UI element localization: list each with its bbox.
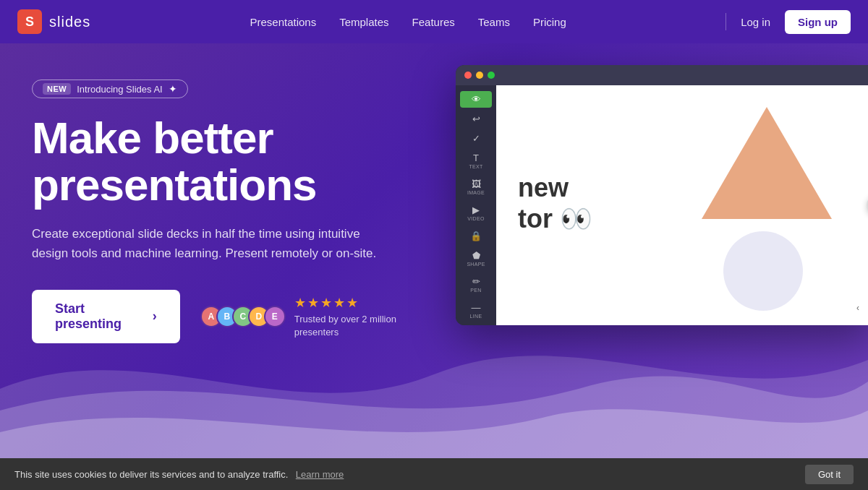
trust-text: Trusted by over 2 million presenters: [294, 314, 396, 338]
nav-links: Presentations Templates Features Teams P…: [250, 16, 566, 28]
nav-presentations[interactable]: Presentations: [250, 16, 316, 28]
arrow-icon: ›: [153, 309, 157, 324]
pen-tool-label: PEN: [470, 288, 481, 293]
cursor-icon: 👁: [472, 95, 481, 104]
social-proof: A B C D E ★★★★★ Trusted by over 2 millio…: [200, 295, 422, 338]
app-window: 👁 ↩ ✓ T TEXT 🖼 IMAGE: [456, 65, 868, 325]
slide-canvas-area: newtor 👀 + ‹: [496, 85, 868, 325]
badge-text: Introducing Slides AI: [77, 84, 163, 95]
video-tool-label: VIDEO: [467, 216, 484, 221]
logo[interactable]: S slides: [17, 9, 90, 34]
avatar-group: A B C D E: [200, 306, 286, 327]
text-tool-label: TEXT: [469, 164, 482, 169]
cta-row: Start presenting › A B C D E ★★★★★ Trust…: [32, 290, 422, 343]
tool-undo[interactable]: ↩: [460, 111, 492, 127]
tool-text[interactable]: T TEXT: [460, 150, 492, 173]
sparkle-icon: ✦: [169, 83, 177, 95]
hero-title: Make better presentations: [32, 114, 422, 208]
start-presenting-button[interactable]: Start presenting ›: [32, 290, 180, 343]
avatar: E: [264, 306, 286, 327]
slide-text: newtor 👀: [518, 172, 592, 234]
triangle-decoration: [702, 107, 832, 219]
tool-image[interactable]: 🖼 IMAGE: [460, 176, 492, 199]
window-close-dot: [464, 72, 472, 79]
tool-shape[interactable]: ⬟ SHAPE: [460, 247, 492, 270]
social-proof-text: ★★★★★ Trusted by over 2 million presente…: [294, 295, 422, 338]
window-minimize-dot: [476, 72, 483, 79]
star-rating: ★★★★★: [294, 295, 422, 311]
hero-left-content: NEW Introducing Slides AI ✦ Make better …: [32, 79, 422, 343]
window-maximize-dot: [488, 72, 495, 79]
cookie-banner: This site uses cookies to deliver its se…: [0, 458, 868, 490]
slide-canvas: newtor 👀: [496, 85, 868, 325]
tool-pen[interactable]: ✏ PEN: [460, 273, 492, 296]
tool-video[interactable]: ▶ VIDEO: [460, 202, 492, 225]
hero-section: NEW Introducing Slides AI ✦ Make better …: [0, 43, 868, 490]
tool-sidebar: 👁 ↩ ✓ T TEXT 🖼 IMAGE: [456, 85, 496, 325]
tool-line[interactable]: — LINE: [460, 299, 492, 322]
image-tool-icon: 🖼: [472, 179, 481, 189]
cookie-message: This site uses cookies to deliver its se…: [14, 469, 288, 480]
learn-more-link[interactable]: Learn more: [296, 469, 344, 480]
collapse-button[interactable]: ‹: [849, 299, 867, 317]
nav-features[interactable]: Features: [412, 16, 455, 28]
check-icon: ✓: [472, 134, 480, 143]
undo-icon: ↩: [472, 114, 480, 124]
nav-auth: Log in Sign up: [726, 10, 851, 34]
nav-teams[interactable]: Teams: [478, 16, 510, 28]
nav-pricing[interactable]: Pricing: [533, 16, 566, 28]
line-tool-label: LINE: [470, 314, 482, 319]
line-tool-icon: —: [472, 303, 481, 312]
login-link[interactable]: Log in: [741, 16, 770, 28]
tool-check[interactable]: ✓: [460, 130, 492, 147]
window-titlebar: [456, 65, 868, 85]
circle-decoration: [723, 231, 803, 311]
tool-lock[interactable]: 🔒: [460, 228, 492, 244]
got-it-button[interactable]: Got it: [805, 465, 854, 484]
hero-subtitle: Create exceptional slide decks in half t…: [32, 224, 386, 263]
shape-tool-icon: ⬟: [472, 251, 480, 260]
image-tool-label: IMAGE: [467, 190, 485, 195]
logo-icon: S: [17, 9, 42, 34]
signup-button[interactable]: Sign up: [785, 10, 851, 34]
text-tool-icon: T: [473, 153, 479, 163]
logo-text: slides: [49, 14, 90, 30]
cookie-text-container: This site uses cookies to deliver its se…: [14, 468, 344, 481]
navbar: S slides Presentations Templates Feature…: [0, 0, 868, 43]
tool-cursor[interactable]: 👁: [460, 91, 492, 108]
lock-icon: 🔒: [470, 231, 482, 241]
new-badge: NEW Introducing Slides AI ✦: [32, 79, 188, 98]
app-mockup: 👁 ↩ ✓ T TEXT 🖼 IMAGE: [456, 65, 868, 325]
shape-tool-label: SHAPE: [467, 262, 485, 267]
video-tool-icon: ▶: [472, 205, 480, 215]
new-tag-label: NEW: [43, 83, 71, 95]
nav-divider: [726, 13, 726, 30]
window-body: 👁 ↩ ✓ T TEXT 🖼 IMAGE: [456, 85, 868, 325]
nav-templates[interactable]: Templates: [339, 16, 388, 28]
pen-tool-icon: ✏: [472, 277, 480, 286]
